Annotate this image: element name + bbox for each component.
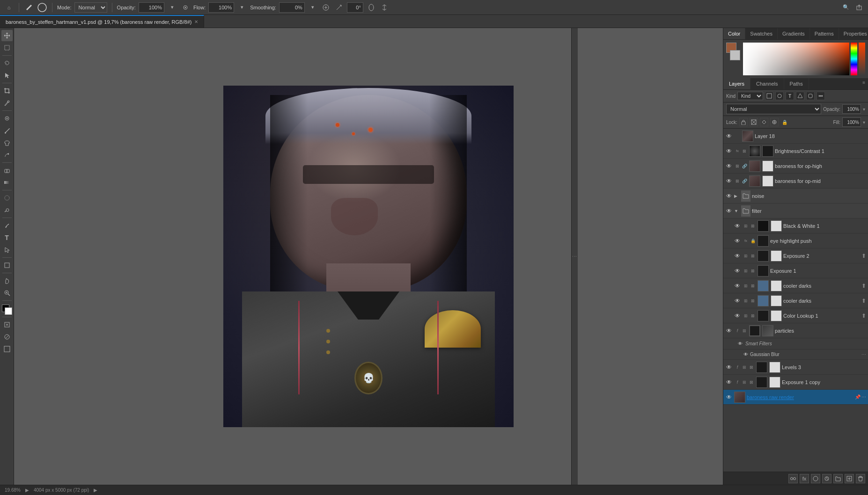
- layer-item[interactable]: 👁 baroness raw render 📌 ⋯: [723, 390, 868, 405]
- tool-move[interactable]: [1, 30, 13, 41]
- pin-icon[interactable]: 📌: [855, 394, 861, 400]
- tab-close-button[interactable]: ✕: [194, 19, 198, 24]
- tool-extra1[interactable]: [1, 319, 13, 330]
- layer-folder[interactable]: 👁 ▶ noise: [723, 189, 868, 204]
- tab-color[interactable]: Color: [723, 28, 745, 39]
- alpha-slider[interactable]: [859, 43, 865, 75]
- tool-history-brush[interactable]: [1, 149, 13, 160]
- tab-channels[interactable]: Channels: [750, 78, 784, 89]
- tool-eyedropper[interactable]: [1, 97, 13, 109]
- visibility-eye[interactable]: 👁: [725, 192, 733, 200]
- visibility-eye[interactable]: 👁: [743, 351, 749, 358]
- layers-panel-menu[interactable]: ≡: [860, 78, 868, 89]
- visibility-eye[interactable]: 👁: [725, 379, 733, 386]
- link-layers-btn[interactable]: [788, 474, 798, 483]
- angle-input[interactable]: [347, 2, 363, 13]
- background-swatch[interactable]: [730, 50, 740, 60]
- lock-all-btn[interactable]: 🔒: [780, 118, 789, 126]
- collapse-handle[interactable]: ⋮: [572, 254, 577, 259]
- search-icon[interactable]: 🔍: [841, 2, 851, 13]
- canvas-image[interactable]: 💀: [223, 86, 514, 427]
- foreground-color[interactable]: [2, 305, 12, 315]
- status-nav[interactable]: ▶: [94, 488, 97, 493]
- lock-image-btn[interactable]: [750, 118, 758, 126]
- lock-artboard-btn[interactable]: [760, 118, 768, 126]
- blend-mode-select[interactable]: Normal: [726, 104, 821, 114]
- tool-zoom[interactable]: [1, 287, 13, 298]
- tool-spot-heal[interactable]: [1, 113, 13, 124]
- filter-options-icon[interactable]: ⋯: [861, 352, 866, 357]
- tool-eraser[interactable]: [1, 165, 13, 176]
- more-icon[interactable]: ⋯: [861, 394, 866, 400]
- tab-swatches[interactable]: Swatches: [745, 28, 778, 39]
- hue-slider[interactable]: [851, 43, 857, 75]
- flow-expand-icon[interactable]: ▾: [237, 2, 247, 13]
- visibility-eye[interactable]: 👁: [734, 312, 741, 320]
- flow-input[interactable]: [208, 2, 234, 13]
- kind-select[interactable]: Kind: [737, 92, 763, 100]
- visibility-eye[interactable]: 👁: [736, 340, 744, 348]
- opacity-value[interactable]: [842, 104, 861, 114]
- tool-crop[interactable]: [1, 85, 13, 96]
- visibility-eye[interactable]: 👁: [725, 147, 733, 155]
- brush-tool-icon[interactable]: [24, 2, 34, 13]
- add-style-btn[interactable]: fx: [800, 474, 809, 483]
- layer-item[interactable]: 👁 ⊞ ⊠ Black & White 1: [723, 218, 868, 233]
- clipping-mask-icon[interactable]: ⬆: [861, 283, 866, 289]
- filter-type-btn[interactable]: T: [786, 92, 794, 100]
- layer-folder[interactable]: 👁 ▼ filter: [723, 204, 868, 218]
- tool-artboard[interactable]: [1, 42, 13, 53]
- visibility-eye[interactable]: 👁: [734, 297, 741, 305]
- clipping-mask-icon[interactable]: ⬆: [861, 253, 866, 259]
- layer-item[interactable]: 👁 Layer 18: [723, 129, 868, 144]
- layer-item[interactable]: 👁 f ⊞ particles: [723, 323, 868, 338]
- fill-value[interactable]: [842, 117, 861, 127]
- visibility-eye[interactable]: 👁: [734, 237, 741, 245]
- share-icon[interactable]: [854, 2, 864, 13]
- layer-item[interactable]: 👁 ⊠ 🔗 baroness for op-mid: [723, 174, 868, 189]
- layer-item[interactable]: 👁 fx ⊠ Brightness/Contrast 1: [723, 144, 868, 159]
- angle-icon[interactable]: [334, 2, 344, 13]
- canvas-area[interactable]: 💀 ⋮: [14, 28, 723, 485]
- layer-item[interactable]: 👁 f ⊞ ⊠ Exposure 1 copy: [723, 375, 868, 390]
- layer-item[interactable]: 👁 ⊞ ⊠ Exposure 1: [723, 263, 868, 278]
- tab-gradients[interactable]: Gradients: [778, 28, 810, 39]
- opacity-input[interactable]: [139, 2, 164, 13]
- opacity-expand[interactable]: ▾: [863, 107, 865, 112]
- add-adjustment-btn[interactable]: [822, 474, 831, 483]
- smoothing-options-icon[interactable]: [321, 2, 331, 13]
- layer-item[interactable]: 👁 ⊠ 🔗 baroness for op-high: [723, 159, 868, 174]
- tool-blur[interactable]: [1, 192, 13, 204]
- visibility-eye[interactable]: 👁: [734, 267, 741, 275]
- layer-item[interactable]: 👁 ⊞ ⊠ Exposure 2 ⬆: [723, 248, 868, 263]
- visibility-eye[interactable]: 👁: [725, 393, 733, 401]
- color-spectrum[interactable]: [743, 43, 849, 75]
- tool-dodge[interactable]: [1, 204, 13, 216]
- layers-list[interactable]: 👁 Layer 18 👁 fx ⊠: [723, 129, 868, 472]
- tab-paths[interactable]: Paths: [784, 78, 809, 89]
- tool-hand[interactable]: [1, 275, 13, 286]
- pressure-icon[interactable]: [366, 2, 376, 13]
- filter-options-btn[interactable]: [817, 92, 825, 100]
- layer-item[interactable]: 👁 fx 🔒 eye highlight push: [723, 233, 868, 248]
- fill-expand[interactable]: ▾: [863, 120, 865, 125]
- layer-item[interactable]: 👁 f ⊞ ⊠ Levels 3: [723, 360, 868, 375]
- tool-select[interactable]: [1, 70, 13, 81]
- delete-layer-btn[interactable]: [856, 474, 865, 483]
- tool-lasso[interactable]: [1, 58, 13, 69]
- add-group-btn[interactable]: [833, 474, 843, 483]
- tool-gradient[interactable]: [1, 177, 13, 188]
- layer-item[interactable]: 👁 ⊞ ⊠ cooler darks ⬆: [723, 278, 868, 293]
- tool-extra3[interactable]: [1, 343, 13, 355]
- add-layer-btn[interactable]: [845, 474, 854, 483]
- brush-options-icon[interactable]: [37, 2, 47, 13]
- tab-layers[interactable]: Layers: [723, 78, 750, 89]
- folder-expand-icon[interactable]: ▼: [734, 209, 740, 213]
- folder-expand-icon[interactable]: ▶: [734, 194, 740, 198]
- tab-properties[interactable]: Properties: [839, 28, 868, 39]
- tool-pen[interactable]: [1, 220, 13, 231]
- smoothing-input[interactable]: [279, 2, 305, 13]
- visibility-eye[interactable]: 👁: [725, 162, 733, 170]
- document-tab[interactable]: baroness_by_steffen_hartmann_v1.psd @ 19…: [0, 15, 204, 28]
- layer-item[interactable]: 👁 ⊞ ⊠ cooler darks ⬆: [723, 293, 868, 308]
